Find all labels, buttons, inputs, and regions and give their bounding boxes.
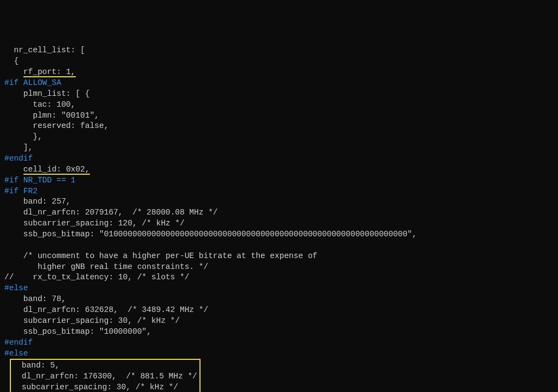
- code-block: nr_cell_list: [ { rf_port: 1, #if ALLOW_…: [4, 45, 554, 392]
- code-line: reserved: false,: [4, 121, 108, 130]
- code-line: band: 78,: [4, 295, 66, 303]
- code-line: ssb_pos_bitmap: "01000000000000000000000…: [4, 230, 417, 238]
- code-line: subcarrier_spacing: 30, /* kHz */: [4, 316, 180, 325]
- code-line: },: [4, 132, 43, 141]
- preprocessor-endif: #endif: [4, 338, 33, 347]
- code-line: tac: 100,: [4, 100, 76, 109]
- code-line: dl_nr_arfcn: 2079167, /* 28000.08 MHz */: [4, 208, 218, 217]
- preprocessor-else: #else: [4, 284, 28, 292]
- highlighted-config-box: band: 5, dl_nr_arfcn: 176300, /* 881.5 M…: [10, 359, 200, 392]
- code-line: higher gNB real time constraints. */: [4, 262, 208, 271]
- code-line: dl_nr_arfcn: 176300, /* 881.5 MHz */: [12, 372, 197, 381]
- code-line: // rx_to_tx_latency: 10, /* slots */: [4, 273, 189, 281]
- code-line: ],: [4, 143, 33, 152]
- code-line: [4, 68, 23, 76]
- preprocessor-if: #if NR_TDD == 1: [4, 176, 76, 185]
- code-line: band: 257,: [4, 197, 71, 206]
- preprocessor-endif: #endif: [4, 154, 33, 163]
- preprocessor-else: #else: [4, 349, 28, 358]
- code-line: subcarrier_spacing: 120, /* kHz */: [4, 219, 185, 228]
- code-line: /* uncomment to have a higher per-UE bit…: [4, 252, 317, 260]
- preprocessor-if: #if ALLOW_SA: [4, 78, 61, 87]
- highlighted-cell-id: cell_id: 0x02,: [23, 165, 90, 175]
- code-line: dl_nr_arfcn: 632628, /* 3489.42 MHz */: [4, 305, 208, 314]
- preprocessor-if: #if FR2: [4, 187, 38, 195]
- code-line: subcarrier_spacing: 30, /* kHz */: [12, 383, 178, 391]
- code-line: band: 5,: [12, 361, 59, 370]
- code-line: [4, 165, 23, 174]
- code-line: plmn_list: [ {: [4, 89, 90, 98]
- code-line: {: [4, 57, 19, 65]
- code-line: nr_cell_list: [: [4, 46, 85, 54]
- code-line: ssb_pos_bitmap: "10000000",: [4, 327, 151, 336]
- highlighted-rf-port: rf_port: 1,: [23, 68, 76, 77]
- code-line: plmn: "00101",: [4, 111, 99, 120]
